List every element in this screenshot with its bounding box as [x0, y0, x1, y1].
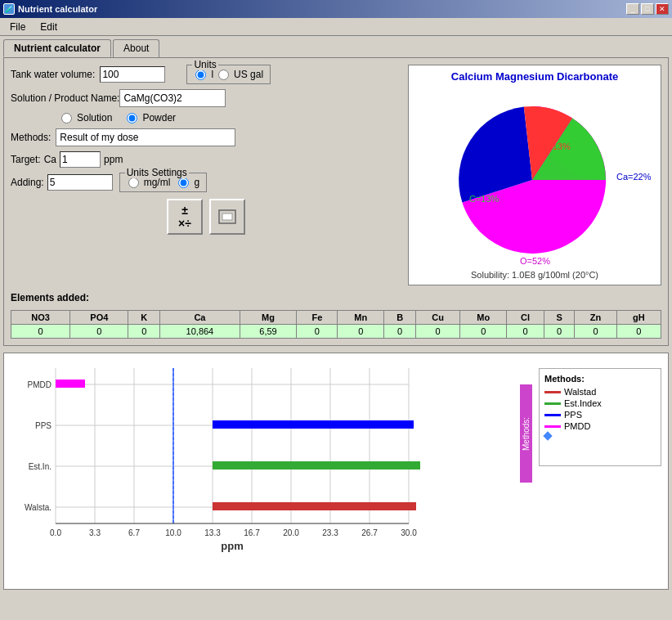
svg-text:C=13%: C=13% — [469, 194, 500, 204]
pie-chart: Ca=22% Mg=13% C=13% O=52% — [414, 86, 651, 274]
target-label: Target: — [11, 154, 41, 165]
g-radio[interactable]: g — [177, 177, 199, 188]
pmdd-color — [544, 425, 561, 428]
app-icon: 🧪 — [3, 3, 15, 15]
legend-title: Methods: — [544, 374, 656, 384]
svg-text:PMDD: PMDD — [28, 380, 52, 389]
adding-label: Adding: — [11, 177, 44, 188]
svg-text:23.3: 23.3 — [322, 528, 338, 537]
svg-rect-24 — [56, 380, 85, 388]
table-row: 0 0 0 10,864 6,59 0 0 0 0 0 0 0 0 0 — [11, 325, 661, 339]
col-po4: PO4 — [70, 311, 128, 325]
methods-select[interactable]: Result of my dose — [56, 128, 235, 146]
units-settings-group: Units Settings mg/ml g — [119, 173, 207, 192]
col-mg: Mg — [240, 311, 297, 325]
chart-main: PMDD PPS Est.In. Walsta. — [11, 360, 520, 582]
target-unit: ppm — [104, 154, 123, 165]
svg-text:30.0: 30.0 — [401, 528, 417, 537]
tab-bar: Nutrient calculator About — [3, 39, 669, 57]
col-cl: Cl — [507, 311, 544, 325]
elements-table: NO3 PO4 K Ca Mg Fe Mn B Cu Mo Cl S Zn gH — [11, 310, 661, 339]
col-fe: Fe — [297, 311, 338, 325]
legend-estindex: Est.Index — [544, 398, 656, 408]
svg-text:16.7: 16.7 — [244, 528, 260, 537]
svg-rect-26 — [213, 461, 420, 469]
top-section: Tank water volume: Units l US gal Solut — [11, 65, 661, 285]
legend-pps: PPS — [544, 410, 656, 420]
legend-diamond — [544, 433, 656, 439]
methods-dropdown-wrapper: Result of my dose — [56, 128, 235, 146]
bar-chart-svg: PMDD PPS Est.In. Walsta. — [11, 360, 520, 556]
units-settings-legend: Units Settings — [125, 167, 189, 178]
solution-radio[interactable]: Solution — [60, 112, 112, 124]
window-controls: _ □ ✕ — [626, 3, 669, 15]
col-k: K — [128, 311, 160, 325]
units-usgal-radio[interactable]: US gal — [217, 69, 263, 80]
col-mo: Mo — [460, 311, 507, 325]
menu-edit[interactable]: Edit — [34, 20, 64, 34]
pie-title: Calcium Magnesium Dicarbonate — [414, 70, 656, 83]
legend-pmdd: PMDD — [544, 421, 656, 431]
clear-button[interactable] — [209, 199, 245, 235]
svg-text:10.0: 10.0 — [165, 528, 181, 537]
title-bar: 🧪 Nutrient calculator _ □ ✕ — [0, 0, 672, 18]
col-cu: Cu — [416, 311, 460, 325]
units-l-radio[interactable]: l — [194, 69, 213, 80]
menu-bar: File Edit — [0, 18, 672, 36]
col-b: B — [384, 311, 416, 325]
main-content: Tank water volume: Units l US gal Solut — [3, 57, 669, 346]
window-title: Nutrient calculator — [18, 4, 97, 14]
methods-row: Methods: Result of my dose — [11, 128, 401, 146]
button-area: ±×÷ — [11, 199, 401, 235]
svg-rect-27 — [213, 502, 416, 510]
close-button[interactable]: ✕ — [656, 3, 669, 15]
pie-chart-area: Calcium Magnesium Dicarbonate — [408, 65, 661, 285]
svg-rect-25 — [213, 420, 414, 429]
menu-file[interactable]: File — [3, 20, 32, 34]
tank-volume-label: Tank water volume: — [11, 69, 95, 80]
svg-text:ppm: ppm — [221, 540, 243, 552]
col-ca: Ca — [160, 311, 240, 325]
units-group: Units l US gal — [186, 65, 271, 84]
methods-vertical-wrapper: Methods: — [520, 368, 532, 582]
estindex-color — [544, 402, 561, 405]
adding-input[interactable] — [47, 174, 113, 191]
solution-dropdown-wrapper: CaMg(CO3)2 — [119, 89, 226, 107]
svg-text:Ca=22%: Ca=22% — [616, 172, 651, 182]
methods-vertical-label: Methods: — [520, 384, 532, 483]
tab-nutrient[interactable]: Nutrient calculator — [3, 39, 111, 57]
chart-section: PMDD PPS Est.In. Walsta. — [3, 353, 669, 590]
clear-icon — [217, 207, 237, 227]
tab-about[interactable]: About — [113, 39, 159, 57]
solution-label: Solution / Product Name: — [11, 92, 119, 104]
target-element: Ca — [44, 154, 56, 165]
svg-text:Mg=13%: Mg=13% — [535, 142, 571, 151]
solution-select[interactable]: CaMg(CO3)2 — [119, 89, 226, 107]
svg-text:20.0: 20.0 — [283, 528, 299, 537]
col-zn: Zn — [575, 311, 616, 325]
elements-header: Elements added: — [11, 292, 661, 303]
title-bar-left: 🧪 Nutrient calculator — [3, 3, 97, 15]
powder-radio[interactable]: Powder — [125, 112, 176, 124]
svg-text:13.3: 13.3 — [204, 528, 221, 537]
svg-rect-1 — [222, 213, 232, 220]
svg-text:6.7: 6.7 — [128, 528, 140, 537]
elements-section: Elements added: NO3 PO4 K Ca Mg Fe Mn B … — [11, 292, 661, 339]
svg-text:3.3: 3.3 — [89, 528, 101, 537]
svg-text:0.0: 0.0 — [50, 528, 61, 537]
solution-row: Solution / Product Name: CaMg(CO3)2 — [11, 89, 401, 107]
minimize-button[interactable]: _ — [626, 3, 639, 15]
legend-walstad: Walstad — [544, 387, 656, 397]
methods-label: Methods: — [11, 132, 51, 143]
mgml-radio[interactable]: mg/ml — [127, 177, 171, 188]
svg-text:PPS: PPS — [35, 421, 52, 430]
walstad-color — [544, 391, 561, 393]
svg-text:Walsta.: Walsta. — [25, 503, 52, 512]
tank-volume-input[interactable] — [100, 66, 165, 83]
calculate-button[interactable]: ±×÷ — [167, 199, 203, 235]
solution-powder-row: Solution Powder — [60, 112, 401, 124]
target-input[interactable] — [60, 151, 101, 168]
col-gh: gH — [616, 311, 661, 325]
adding-row: Adding: Units Settings mg/ml g — [11, 173, 401, 192]
maximize-button[interactable]: □ — [641, 3, 654, 15]
